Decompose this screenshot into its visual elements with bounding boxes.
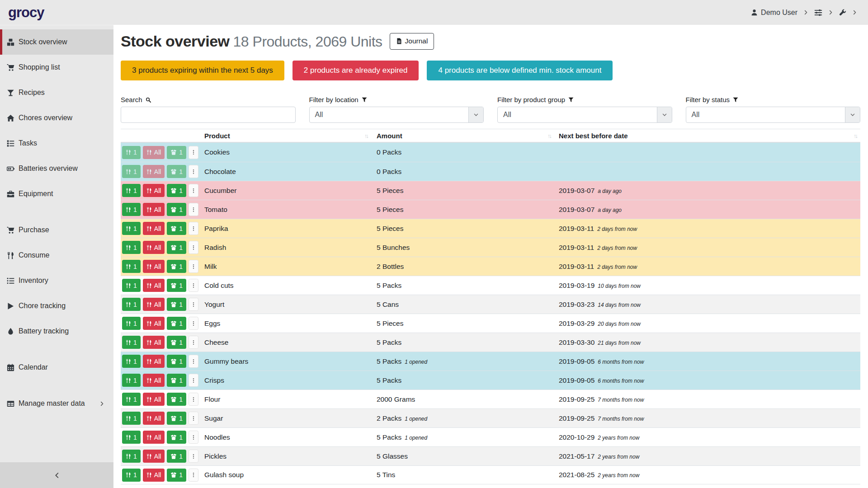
- open-one-button[interactable]: 1: [167, 241, 186, 254]
- consume-one-button[interactable]: 1: [122, 431, 141, 444]
- consume-all-button[interactable]: All: [143, 431, 165, 444]
- sidebar-item-battery-tracking[interactable]: Battery tracking: [0, 319, 113, 344]
- sidebar-item-batteries-overview[interactable]: Batteries overview: [0, 156, 113, 181]
- open-one-button[interactable]: 1: [167, 222, 186, 235]
- open-one-button[interactable]: 1: [167, 336, 186, 349]
- consume-one-button[interactable]: 1: [122, 450, 141, 463]
- consume-one-button[interactable]: 1: [122, 393, 141, 406]
- row-menu-button[interactable]: [189, 355, 198, 368]
- open-one-button[interactable]: 1: [167, 393, 186, 406]
- row-menu-button[interactable]: [189, 450, 198, 463]
- consume-all-button[interactable]: All: [143, 184, 165, 197]
- consume-one-button[interactable]: 1: [122, 241, 141, 254]
- consume-one-button[interactable]: 1: [122, 317, 141, 330]
- row-menu-button[interactable]: [189, 146, 198, 159]
- sidebar-item-stock-overview[interactable]: Stock overview: [0, 29, 113, 55]
- banner-expired[interactable]: 2 products are already expired: [292, 61, 419, 80]
- open-one-button[interactable]: 1: [167, 298, 186, 311]
- row-menu-button[interactable]: [189, 374, 198, 387]
- row-menu-button[interactable]: [189, 469, 198, 482]
- status-filter-select[interactable]: All: [686, 107, 861, 123]
- consume-one-button[interactable]: 1: [122, 222, 141, 235]
- row-menu-button[interactable]: [189, 393, 198, 406]
- open-one-button[interactable]: 1: [167, 469, 186, 482]
- consume-all-button[interactable]: All: [143, 317, 165, 330]
- banner-belowmin[interactable]: 4 products are below defined min. stock …: [427, 61, 613, 80]
- consume-one-button[interactable]: 1: [122, 374, 141, 387]
- row-menu-button[interactable]: [189, 431, 198, 444]
- banner-expiring[interactable]: 3 products expiring within the next 5 da…: [121, 61, 284, 80]
- sidebar-item-tasks[interactable]: Tasks: [0, 131, 113, 156]
- consume-one-button[interactable]: 1: [122, 279, 141, 292]
- row-menu-button[interactable]: [189, 279, 198, 292]
- row-menu-button[interactable]: [189, 165, 198, 178]
- consume-all-button[interactable]: All: [143, 260, 165, 273]
- row-menu-button[interactable]: [189, 412, 198, 425]
- admin-tools-menu[interactable]: [839, 9, 846, 16]
- row-menu-button[interactable]: [189, 184, 198, 197]
- row-menu-button[interactable]: [189, 298, 198, 311]
- row-menu-button[interactable]: [189, 203, 198, 216]
- open-one-button[interactable]: 1: [167, 146, 186, 159]
- open-one-button[interactable]: 1: [167, 260, 186, 273]
- consume-one-button[interactable]: 1: [122, 336, 141, 349]
- consume-all-button[interactable]: All: [143, 146, 165, 159]
- consume-one-button[interactable]: 1: [122, 146, 141, 159]
- sidebar-collapse-button[interactable]: [0, 462, 113, 488]
- open-one-button[interactable]: 1: [167, 279, 186, 292]
- product-group-filter-select[interactable]: All: [497, 107, 672, 123]
- row-menu-button[interactable]: [189, 336, 198, 349]
- consume-all-button[interactable]: All: [143, 241, 165, 254]
- open-one-button[interactable]: 1: [167, 431, 186, 444]
- consume-all-button[interactable]: All: [143, 336, 165, 349]
- open-one-button[interactable]: 1: [167, 203, 186, 216]
- sidebar-item-equipment[interactable]: Equipment: [0, 181, 113, 206]
- sidebar-item-chores-overview[interactable]: Chores overview: [0, 105, 113, 131]
- consume-one-button[interactable]: 1: [122, 203, 141, 216]
- location-filter-select[interactable]: All: [309, 107, 484, 123]
- chevron-right-icon[interactable]: [803, 10, 808, 15]
- open-one-button[interactable]: 1: [167, 355, 186, 368]
- consume-all-button[interactable]: All: [143, 469, 165, 482]
- open-one-button[interactable]: 1: [167, 165, 186, 178]
- open-one-button[interactable]: 1: [167, 412, 186, 425]
- date-column-header[interactable]: Next best before date ↑↓: [554, 132, 860, 140]
- sort-icon[interactable]: ↑↓: [854, 132, 857, 139]
- sidebar-item-chore-tracking[interactable]: Chore tracking: [0, 293, 113, 319]
- journal-button[interactable]: Journal: [390, 33, 434, 50]
- user-menu[interactable]: Demo User: [751, 9, 797, 17]
- consume-one-button[interactable]: 1: [122, 412, 141, 425]
- product-column-header[interactable]: Product ↑↓: [203, 132, 371, 140]
- app-logo[interactable]: grocy: [8, 5, 44, 21]
- amount-column-header[interactable]: Amount ↑↓: [371, 132, 554, 140]
- consume-all-button[interactable]: All: [143, 165, 165, 178]
- row-menu-button[interactable]: [189, 317, 198, 330]
- open-one-button[interactable]: 1: [167, 317, 186, 330]
- sort-icon[interactable]: ↑↓: [364, 132, 368, 139]
- row-menu-button[interactable]: [189, 241, 198, 254]
- consume-all-button[interactable]: All: [143, 374, 165, 387]
- open-one-button[interactable]: 1: [167, 374, 186, 387]
- consume-one-button[interactable]: 1: [122, 298, 141, 311]
- consume-all-button[interactable]: All: [143, 450, 165, 463]
- consume-one-button[interactable]: 1: [122, 355, 141, 368]
- settings-menu[interactable]: [814, 9, 822, 17]
- consume-all-button[interactable]: All: [143, 355, 165, 368]
- search-input[interactable]: [121, 107, 296, 123]
- consume-one-button[interactable]: 1: [122, 165, 141, 178]
- consume-all-button[interactable]: All: [143, 279, 165, 292]
- sidebar-item-inventory[interactable]: Inventory: [0, 268, 113, 293]
- consume-one-button[interactable]: 1: [122, 260, 141, 273]
- consume-all-button[interactable]: All: [143, 298, 165, 311]
- row-menu-button[interactable]: [189, 260, 198, 273]
- sidebar-item-manage-master-data[interactable]: Manage master data: [0, 391, 113, 416]
- consume-all-button[interactable]: All: [143, 412, 165, 425]
- sort-icon[interactable]: ↑↓: [547, 132, 551, 139]
- consume-all-button[interactable]: All: [143, 203, 165, 216]
- consume-all-button[interactable]: All: [143, 222, 165, 235]
- sidebar-item-recipes[interactable]: Recipes: [0, 80, 113, 105]
- row-menu-button[interactable]: [189, 222, 198, 235]
- consume-one-button[interactable]: 1: [122, 469, 141, 482]
- chevron-right-icon[interactable]: [828, 10, 833, 15]
- sidebar-item-purchase[interactable]: Purchase: [0, 217, 113, 243]
